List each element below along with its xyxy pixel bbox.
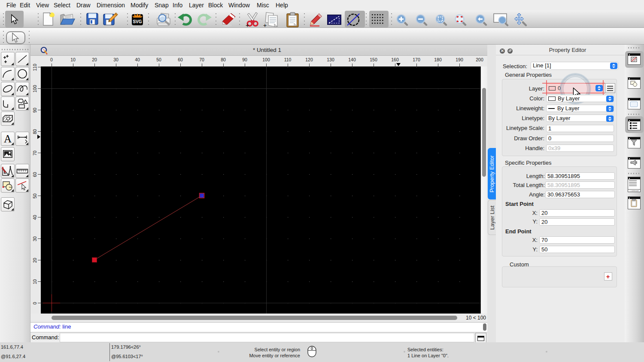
svg-text:A: A xyxy=(4,133,12,145)
svg-text:SVG: SVG xyxy=(133,19,142,24)
svg-text:+: + xyxy=(246,22,249,28)
svg-text:+: + xyxy=(263,22,267,28)
